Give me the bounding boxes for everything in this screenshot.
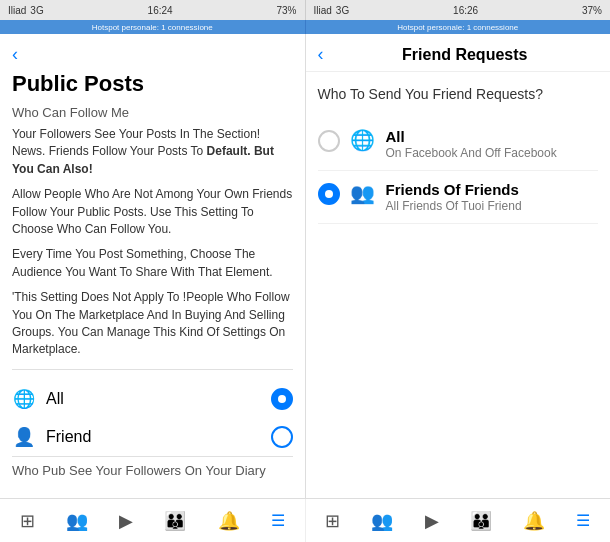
choice-all-sublabel: On Facebook And Off Facebook [386, 146, 599, 160]
left-hotspot: Hotspot personale: 1 connessione [0, 20, 305, 34]
main-panels: ‹ Public Posts Who Can Follow Me Your Fo… [0, 34, 610, 498]
section-label: Who Can Follow Me [12, 105, 293, 120]
description-3: Every Time You Post Something, Choose Th… [12, 246, 293, 281]
right-header: ‹ Friend Requests [306, 34, 611, 72]
right-content: Who To Send You Friend Requests? 🌐 All O… [306, 72, 611, 498]
description-4: 'This Setting Does Not Apply To !People … [12, 289, 293, 359]
bottom-navs: ⊞ 👥 ▶ 👪 🔔 ☰ ⊞ 👥 ▶ 👪 🔔 ☰ [0, 498, 610, 542]
right-time: 16:26 [453, 5, 478, 16]
choice-fof-label: Friends Of Friends [386, 181, 599, 198]
page-title: Public Posts [0, 71, 305, 105]
left-back-button[interactable]: ‹ [12, 44, 18, 65]
choice-all-label: All [386, 128, 599, 145]
left-battery: 73% [276, 5, 296, 16]
choice-all-text: All On Facebook And Off Facebook [386, 128, 599, 160]
choice-fof-icon: 👥 [350, 181, 376, 205]
nav-video-icon-right[interactable]: ▶ [425, 510, 439, 532]
choice-all-icon: 🌐 [350, 128, 376, 152]
globe-icon: 🌐 [12, 388, 36, 410]
left-panel: ‹ Public Posts Who Can Follow Me Your Fo… [0, 34, 306, 498]
left-carrier: Iliad [8, 5, 26, 16]
right-carrier: Iliad [314, 5, 332, 16]
question-text: Who To Send You Friend Requests? [318, 86, 599, 102]
option-friend-row[interactable]: 👤 Friend [12, 418, 293, 456]
left-header: ‹ [0, 34, 305, 71]
choice-all-row[interactable]: 🌐 All On Facebook And Off Facebook [318, 118, 599, 171]
nav-menu-icon-left[interactable]: ☰ [271, 511, 285, 530]
friends-icon: 👤 [12, 426, 36, 448]
description-1: Your Followers See Your Posts In The Sec… [12, 126, 293, 178]
left-network: 3G [30, 5, 43, 16]
nav-groups-icon-right[interactable]: 👪 [470, 510, 492, 532]
option-all-row[interactable]: 🌐 All [12, 380, 293, 418]
right-status-bar: Iliad 3G 16:26 37% [305, 0, 611, 20]
follow-options: 🌐 All 👤 Friend [12, 369, 293, 456]
right-bottom-nav: ⊞ 👥 ▶ 👪 🔔 ☰ [306, 499, 611, 542]
right-hotspot: Hotspot personale: 1 connessione [305, 20, 611, 34]
left-content: Who Can Follow Me Your Followers See You… [0, 105, 305, 498]
nav-menu-icon-right[interactable]: ☰ [576, 511, 590, 530]
status-bars: Iliad 3G 16:24 73% Iliad 3G 16:26 37% [0, 0, 610, 20]
option-friend-label: Friend [46, 428, 261, 446]
nav-bell-icon-left[interactable]: 🔔 [218, 510, 240, 532]
choice-fof-radio[interactable] [318, 183, 340, 205]
choice-all-radio[interactable] [318, 130, 340, 152]
right-network: 3G [336, 5, 349, 16]
nav-video-icon-left[interactable]: ▶ [119, 510, 133, 532]
option-friend-radio[interactable] [271, 426, 293, 448]
option-all-label: All [46, 390, 261, 408]
nav-friends-icon-left[interactable]: 👥 [66, 510, 88, 532]
choice-fof-text: Friends Of Friends All Friends Of Tuoi F… [386, 181, 599, 213]
nav-groups-icon-left[interactable]: 👪 [164, 510, 186, 532]
nav-home-icon-left[interactable]: ⊞ [20, 510, 35, 532]
left-status-bar: Iliad 3G 16:24 73% [0, 0, 305, 20]
description-2: Allow People Who Are Not Among Your Own … [12, 186, 293, 238]
hotspot-bars: Hotspot personale: 1 connessione Hotspot… [0, 20, 610, 34]
left-time: 16:24 [148, 5, 173, 16]
nav-bell-icon-right[interactable]: 🔔 [523, 510, 545, 532]
option-all-radio[interactable] [271, 388, 293, 410]
right-panel-title: Friend Requests [332, 46, 599, 64]
nav-home-icon-right[interactable]: ⊞ [325, 510, 340, 532]
choice-fof-sublabel: All Friends Of Tuoi Friend [386, 199, 599, 213]
right-battery: 37% [582, 5, 602, 16]
right-panel: ‹ Friend Requests Who To Send You Friend… [306, 34, 611, 498]
followers-label: Who Pub See Your Followers On Your Diary [12, 456, 293, 482]
choice-fof-row[interactable]: 👥 Friends Of Friends All Friends Of Tuoi… [318, 171, 599, 224]
nav-friends-icon-right[interactable]: 👥 [371, 510, 393, 532]
right-back-button[interactable]: ‹ [318, 44, 324, 65]
left-bottom-nav: ⊞ 👥 ▶ 👪 🔔 ☰ [0, 499, 306, 542]
